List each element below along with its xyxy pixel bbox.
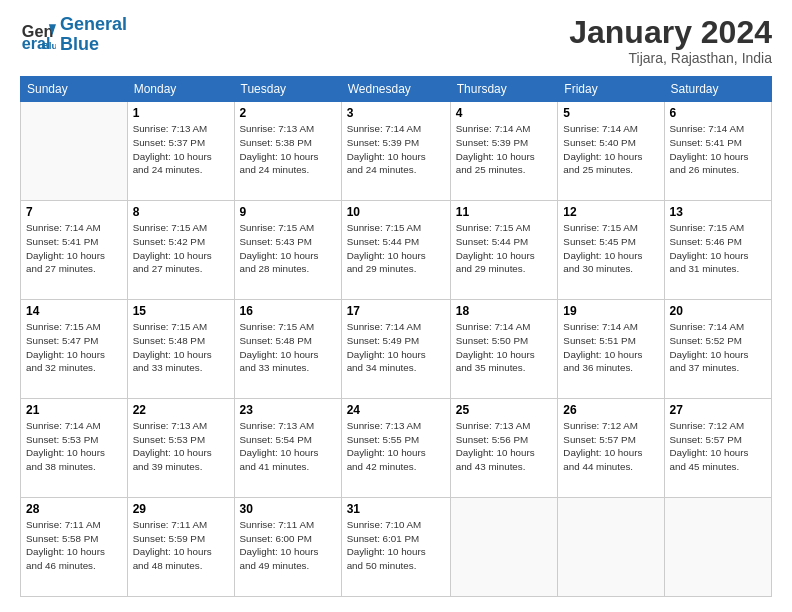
day-info: Sunrise: 7:14 AM Sunset: 5:51 PM Dayligh…	[563, 320, 658, 375]
day-number: 10	[347, 205, 445, 219]
day-number: 5	[563, 106, 658, 120]
day-info: Sunrise: 7:15 AM Sunset: 5:47 PM Dayligh…	[26, 320, 122, 375]
day-info: Sunrise: 7:15 AM Sunset: 5:43 PM Dayligh…	[240, 221, 336, 276]
day-number: 9	[240, 205, 336, 219]
calendar-cell: 20Sunrise: 7:14 AM Sunset: 5:52 PM Dayli…	[664, 300, 771, 399]
svg-text:Blue: Blue	[42, 40, 56, 51]
day-number: 23	[240, 403, 336, 417]
day-number: 17	[347, 304, 445, 318]
day-number: 22	[133, 403, 229, 417]
day-header-wednesday: Wednesday	[341, 77, 450, 102]
calendar-cell: 23Sunrise: 7:13 AM Sunset: 5:54 PM Dayli…	[234, 399, 341, 498]
day-info: Sunrise: 7:12 AM Sunset: 5:57 PM Dayligh…	[670, 419, 766, 474]
day-number: 24	[347, 403, 445, 417]
day-info: Sunrise: 7:14 AM Sunset: 5:50 PM Dayligh…	[456, 320, 553, 375]
day-number: 4	[456, 106, 553, 120]
day-info: Sunrise: 7:10 AM Sunset: 6:01 PM Dayligh…	[347, 518, 445, 573]
calendar-cell: 2Sunrise: 7:13 AM Sunset: 5:38 PM Daylig…	[234, 102, 341, 201]
month-title: January 2024	[569, 15, 772, 50]
calendar-week-3: 21Sunrise: 7:14 AM Sunset: 5:53 PM Dayli…	[21, 399, 772, 498]
day-info: Sunrise: 7:11 AM Sunset: 5:58 PM Dayligh…	[26, 518, 122, 573]
day-info: Sunrise: 7:14 AM Sunset: 5:41 PM Dayligh…	[26, 221, 122, 276]
calendar-cell	[450, 498, 558, 597]
day-number: 25	[456, 403, 553, 417]
day-info: Sunrise: 7:14 AM Sunset: 5:41 PM Dayligh…	[670, 122, 766, 177]
calendar-cell: 28Sunrise: 7:11 AM Sunset: 5:58 PM Dayli…	[21, 498, 128, 597]
day-info: Sunrise: 7:13 AM Sunset: 5:55 PM Dayligh…	[347, 419, 445, 474]
calendar-cell: 11Sunrise: 7:15 AM Sunset: 5:44 PM Dayli…	[450, 201, 558, 300]
day-info: Sunrise: 7:14 AM Sunset: 5:49 PM Dayligh…	[347, 320, 445, 375]
day-info: Sunrise: 7:15 AM Sunset: 5:44 PM Dayligh…	[347, 221, 445, 276]
day-info: Sunrise: 7:15 AM Sunset: 5:42 PM Dayligh…	[133, 221, 229, 276]
day-number: 3	[347, 106, 445, 120]
logo-icon: Gen eral Blue	[20, 17, 56, 53]
day-header-thursday: Thursday	[450, 77, 558, 102]
day-header-sunday: Sunday	[21, 77, 128, 102]
calendar-cell: 22Sunrise: 7:13 AM Sunset: 5:53 PM Dayli…	[127, 399, 234, 498]
day-number: 27	[670, 403, 766, 417]
calendar-cell: 5Sunrise: 7:14 AM Sunset: 5:40 PM Daylig…	[558, 102, 664, 201]
day-number: 16	[240, 304, 336, 318]
calendar-cell: 27Sunrise: 7:12 AM Sunset: 5:57 PM Dayli…	[664, 399, 771, 498]
day-number: 11	[456, 205, 553, 219]
day-info: Sunrise: 7:13 AM Sunset: 5:53 PM Dayligh…	[133, 419, 229, 474]
calendar-week-0: 1Sunrise: 7:13 AM Sunset: 5:37 PM Daylig…	[21, 102, 772, 201]
day-number: 8	[133, 205, 229, 219]
day-info: Sunrise: 7:13 AM Sunset: 5:56 PM Dayligh…	[456, 419, 553, 474]
calendar-cell: 16Sunrise: 7:15 AM Sunset: 5:48 PM Dayli…	[234, 300, 341, 399]
calendar-week-4: 28Sunrise: 7:11 AM Sunset: 5:58 PM Dayli…	[21, 498, 772, 597]
day-info: Sunrise: 7:13 AM Sunset: 5:37 PM Dayligh…	[133, 122, 229, 177]
location: Tijara, Rajasthan, India	[569, 50, 772, 66]
logo: Gen eral Blue General Blue	[20, 15, 127, 55]
day-number: 19	[563, 304, 658, 318]
day-number: 29	[133, 502, 229, 516]
calendar-cell: 1Sunrise: 7:13 AM Sunset: 5:37 PM Daylig…	[127, 102, 234, 201]
calendar-cell: 3Sunrise: 7:14 AM Sunset: 5:39 PM Daylig…	[341, 102, 450, 201]
calendar-cell: 10Sunrise: 7:15 AM Sunset: 5:44 PM Dayli…	[341, 201, 450, 300]
day-info: Sunrise: 7:13 AM Sunset: 5:54 PM Dayligh…	[240, 419, 336, 474]
calendar-cell: 25Sunrise: 7:13 AM Sunset: 5:56 PM Dayli…	[450, 399, 558, 498]
title-block: January 2024 Tijara, Rajasthan, India	[569, 15, 772, 66]
day-info: Sunrise: 7:14 AM Sunset: 5:40 PM Dayligh…	[563, 122, 658, 177]
day-number: 18	[456, 304, 553, 318]
day-info: Sunrise: 7:14 AM Sunset: 5:39 PM Dayligh…	[456, 122, 553, 177]
calendar-cell: 29Sunrise: 7:11 AM Sunset: 5:59 PM Dayli…	[127, 498, 234, 597]
day-number: 12	[563, 205, 658, 219]
day-number: 20	[670, 304, 766, 318]
calendar-cell: 9Sunrise: 7:15 AM Sunset: 5:43 PM Daylig…	[234, 201, 341, 300]
day-number: 13	[670, 205, 766, 219]
day-number: 30	[240, 502, 336, 516]
day-number: 14	[26, 304, 122, 318]
calendar-cell: 24Sunrise: 7:13 AM Sunset: 5:55 PM Dayli…	[341, 399, 450, 498]
day-info: Sunrise: 7:15 AM Sunset: 5:48 PM Dayligh…	[240, 320, 336, 375]
day-info: Sunrise: 7:15 AM Sunset: 5:46 PM Dayligh…	[670, 221, 766, 276]
day-number: 21	[26, 403, 122, 417]
day-info: Sunrise: 7:14 AM Sunset: 5:39 PM Dayligh…	[347, 122, 445, 177]
day-info: Sunrise: 7:14 AM Sunset: 5:53 PM Dayligh…	[26, 419, 122, 474]
page: Gen eral Blue General Blue January 2024 …	[0, 0, 792, 612]
day-header-saturday: Saturday	[664, 77, 771, 102]
logo-general: General	[60, 14, 127, 34]
day-info: Sunrise: 7:15 AM Sunset: 5:44 PM Dayligh…	[456, 221, 553, 276]
calendar-cell	[558, 498, 664, 597]
calendar-header-row: SundayMondayTuesdayWednesdayThursdayFrid…	[21, 77, 772, 102]
calendar-cell: 21Sunrise: 7:14 AM Sunset: 5:53 PM Dayli…	[21, 399, 128, 498]
day-number: 6	[670, 106, 766, 120]
day-number: 31	[347, 502, 445, 516]
calendar-cell	[664, 498, 771, 597]
day-header-tuesday: Tuesday	[234, 77, 341, 102]
calendar-week-2: 14Sunrise: 7:15 AM Sunset: 5:47 PM Dayli…	[21, 300, 772, 399]
day-header-monday: Monday	[127, 77, 234, 102]
day-info: Sunrise: 7:14 AM Sunset: 5:52 PM Dayligh…	[670, 320, 766, 375]
calendar-cell: 30Sunrise: 7:11 AM Sunset: 6:00 PM Dayli…	[234, 498, 341, 597]
logo-text: General Blue	[60, 15, 127, 55]
calendar-table: SundayMondayTuesdayWednesdayThursdayFrid…	[20, 76, 772, 597]
day-header-friday: Friday	[558, 77, 664, 102]
calendar-cell: 13Sunrise: 7:15 AM Sunset: 5:46 PM Dayli…	[664, 201, 771, 300]
calendar-cell: 18Sunrise: 7:14 AM Sunset: 5:50 PM Dayli…	[450, 300, 558, 399]
calendar-cell: 12Sunrise: 7:15 AM Sunset: 5:45 PM Dayli…	[558, 201, 664, 300]
calendar-cell: 15Sunrise: 7:15 AM Sunset: 5:48 PM Dayli…	[127, 300, 234, 399]
calendar-cell: 19Sunrise: 7:14 AM Sunset: 5:51 PM Dayli…	[558, 300, 664, 399]
day-number: 2	[240, 106, 336, 120]
day-number: 26	[563, 403, 658, 417]
